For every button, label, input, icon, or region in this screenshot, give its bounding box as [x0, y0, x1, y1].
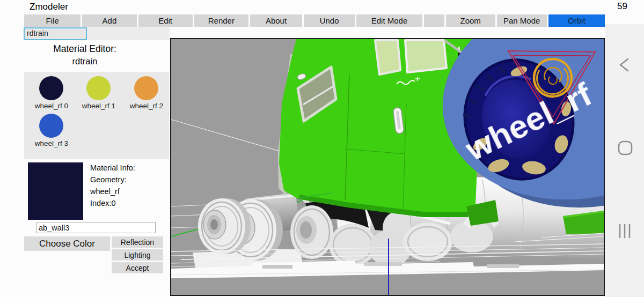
current-material-swatch — [28, 162, 83, 220]
recents-icon[interactable] — [618, 224, 632, 239]
swatch-wheel-rf-1[interactable] — [86, 76, 111, 100]
material-info-geometry-value: wheel_rf — [90, 187, 120, 196]
material-info-index: Index:0 — [90, 199, 116, 207]
menu-undo[interactable]: Undo — [304, 14, 355, 27]
choose-color-button[interactable]: Choose Color — [24, 236, 110, 251]
menu-add[interactable]: Add — [82, 14, 136, 27]
menu-zoom[interactable]: Zoom — [446, 14, 495, 27]
swatch-label: wheel_rf 0 — [25, 102, 78, 110]
viewport-3d-canvas[interactable]: wheel_rf — [170, 38, 605, 296]
menu-render[interactable]: Render — [194, 14, 248, 27]
material-name-input[interactable] — [36, 222, 156, 233]
accept-button[interactable]: Accept — [112, 262, 163, 273]
swatch-wheel-rf-3[interactable] — [39, 114, 63, 138]
windshield — [405, 40, 447, 72]
menu-file[interactable]: File — [24, 14, 80, 27]
tab-rdtrain[interactable]: rdtrain — [24, 27, 87, 40]
frame-counter: 59 — [617, 1, 642, 12]
material-swatch-panel: wheel_rf 0 wheel_rf 1 wheel_rf 2 wheel_r… — [24, 72, 169, 159]
menu-pan-mode[interactable]: Pan Mode — [497, 14, 547, 27]
material-info-geometry-label: Geometry: — [90, 175, 127, 184]
door-window — [375, 40, 400, 75]
material-editor-title: Material Editor: — [0, 43, 170, 55]
material-info-heading: Material Info: — [90, 164, 135, 172]
menu-edit-mode[interactable]: Edit Mode — [356, 14, 422, 27]
back-icon[interactable] — [618, 57, 631, 72]
menu-edit[interactable]: Edit — [138, 14, 193, 27]
home-icon[interactable] — [618, 140, 633, 155]
swatch-label: wheel_rf 2 — [120, 102, 173, 110]
tab-row: rdtrain — [24, 27, 170, 40]
material-editor-subtitle: rdtrain — [0, 56, 170, 66]
menu-spacer — [424, 14, 444, 27]
app-title: Zmodeler — [30, 2, 68, 12]
swatch-wheel-rf-0[interactable] — [39, 76, 63, 100]
menu-about[interactable]: About — [250, 14, 302, 27]
reflection-button[interactable]: Reflection — [112, 236, 163, 248]
android-nav-strip — [605, 24, 644, 297]
menu-orbit[interactable]: Orbit — [548, 14, 605, 27]
menu-bar: File Add Edit Render About Undo Edit Mod… — [24, 14, 605, 27]
swatch-label: wheel_rf 1 — [72, 102, 126, 110]
swatch-label: wheel_rf 3 — [25, 139, 78, 147]
swatch-wheel-rf-2[interactable] — [134, 76, 158, 100]
lighting-button[interactable]: Lighting — [112, 249, 163, 261]
